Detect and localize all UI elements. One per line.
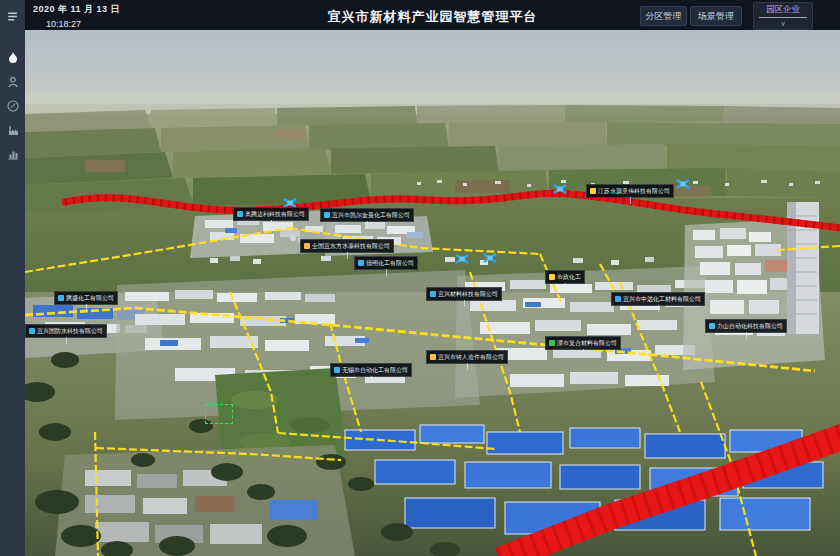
marker-icon (430, 354, 436, 360)
company-label[interactable]: 江苏永源亚伟科技有限公司 (586, 184, 674, 198)
marker-icon (304, 243, 310, 249)
bar-chart-icon[interactable] (0, 142, 25, 166)
company-label-text: 德明化工有限公司 (366, 258, 414, 269)
marker-icon (29, 328, 35, 334)
marker-icon (709, 323, 715, 329)
company-label-text: 宜兴市凯尔金曼化工有限公司 (332, 210, 410, 221)
company-label[interactable]: 宜兴材料科技有限公司 (426, 287, 502, 301)
datetime: 2020 年 11 月 13 日 10:18:27 (33, 3, 120, 29)
company-label[interactable]: 奥腾达利科技有限公司 (233, 207, 309, 221)
company-label-text: 无锡市自动化工有限公司 (342, 365, 408, 376)
company-label[interactable]: 溧市复合材料有限公司 (545, 336, 621, 350)
company-label-text: 宜兴国防水科技有限公司 (37, 326, 103, 337)
marker-icon (430, 291, 436, 297)
scene-management-button[interactable]: 场景管理 (690, 6, 742, 26)
selection-box (205, 404, 233, 424)
company-label[interactable]: 宜兴国防水科技有限公司 (25, 324, 107, 338)
gauge-icon[interactable] (0, 94, 25, 118)
company-label-text: 江苏永源亚伟科技有限公司 (598, 186, 670, 197)
marker-icon (334, 367, 340, 373)
park-enterprise-dropdown[interactable]: 园区企业 ∨ (753, 2, 813, 30)
top-bar: 2020 年 11 月 13 日 10:18:27 宜兴市新材料产业园智慧管理平… (25, 0, 840, 30)
company-label-text: 溧市复合材料有限公司 (557, 338, 617, 349)
company-label-text: 全国宜东方水泰科技有限公司 (312, 241, 390, 252)
company-label-text: 市政化工 (557, 272, 581, 283)
company-label[interactable]: 腾盛化工有限公司 (54, 291, 118, 305)
marker-icon (590, 188, 596, 194)
date-text: 2020 年 11 月 13 日 (33, 3, 120, 16)
marker-icon (615, 296, 621, 302)
user-icon[interactable] (0, 70, 25, 94)
dropdown-label: 园区企业 (766, 4, 800, 16)
menu-icon[interactable] (0, 4, 25, 28)
company-label-text: 宜兴市中远化工材料有限公司 (623, 294, 701, 305)
time-text: 10:18:27 (33, 19, 120, 29)
company-label[interactable]: 德明化工有限公司 (354, 256, 418, 270)
company-label[interactable]: 市政化工 (545, 270, 585, 284)
sidebar (0, 0, 25, 556)
marker-icon (549, 274, 555, 280)
marker-icon (358, 260, 364, 266)
company-label-text: 奥腾达利科技有限公司 (245, 209, 305, 220)
building-cluster-rightcenter (455, 266, 715, 398)
page-title: 宜兴市新材料产业园智慧管理平台 (328, 8, 538, 26)
dropdown-underline (759, 17, 807, 18)
company-label[interactable]: 力山自动化科技有限公司 (705, 319, 787, 333)
company-label-text: 宜兴材料科技有限公司 (438, 289, 498, 300)
company-label-text: 腾盛化工有限公司 (66, 293, 114, 304)
marker-icon (58, 295, 64, 301)
marker-icon (324, 212, 330, 218)
zone-management-button[interactable]: 分区管理 (640, 6, 687, 26)
app-window: 2020 年 11 月 13 日 10:18:27 宜兴市新材料产业园智慧管理平… (0, 0, 840, 556)
company-label[interactable]: 无锡市自动化工有限公司 (330, 363, 412, 377)
marker-icon (549, 340, 555, 346)
company-label-text: 力山自动化科技有限公司 (717, 321, 783, 332)
marker-icon (237, 211, 243, 217)
company-label[interactable]: 全国宜东方水泰科技有限公司 (300, 239, 394, 253)
company-label-text: 宜兴市铸人造件有限公司 (438, 352, 504, 363)
factory-icon[interactable] (0, 118, 25, 142)
company-label[interactable]: 宜兴市中远化工材料有限公司 (611, 292, 705, 306)
company-label[interactable]: 宜兴市凯尔金曼化工有限公司 (320, 208, 414, 222)
company-label[interactable]: 宜兴市铸人造件有限公司 (426, 350, 508, 364)
flame-icon[interactable] (0, 46, 25, 70)
chevron-down-icon: ∨ (780, 20, 785, 27)
